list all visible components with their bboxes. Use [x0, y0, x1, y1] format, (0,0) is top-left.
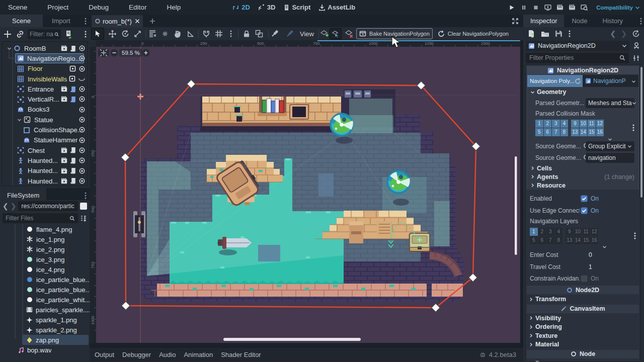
svg-text:750: 750: [313, 41, 320, 46]
svg-text:0: 0: [91, 96, 95, 98]
svg-text:0: 0: [141, 41, 144, 46]
svg-text:1000: 1000: [91, 316, 95, 325]
svg-text:250: 250: [91, 150, 95, 157]
svg-text:500: 500: [91, 206, 95, 213]
svg-text:750: 750: [91, 261, 95, 268]
svg-text:250: 250: [200, 41, 207, 46]
svg-text:500: 500: [257, 41, 264, 46]
svg-text:59.5 %: 59.5 %: [122, 50, 140, 56]
